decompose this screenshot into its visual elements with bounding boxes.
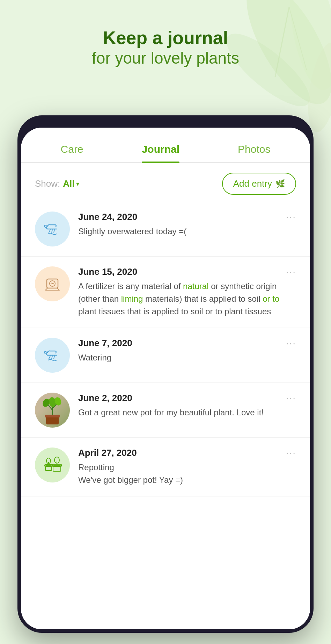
entry-text-line2: We've got bigger pot! Yay =) bbox=[78, 474, 296, 486]
dropdown-icon[interactable]: ▾ bbox=[76, 180, 79, 188]
phone-screen: Care Journal Photos Show: All ▾ Add entr… bbox=[21, 128, 310, 629]
leaf-pen-icon: 🌿 bbox=[275, 179, 285, 188]
show-value[interactable]: All bbox=[63, 178, 74, 189]
show-label: Show: bbox=[35, 178, 60, 189]
entry-icon-repot-5 bbox=[35, 448, 70, 482]
page-header: Keep a journal for your lovely plants bbox=[0, 0, 331, 83]
entry-text-3: Watering bbox=[78, 351, 296, 364]
entry-date-1: June 24, 2020 bbox=[78, 212, 296, 222]
entry-plant-photo-4 bbox=[35, 393, 70, 428]
entry-icon-watering-3 bbox=[35, 338, 70, 373]
entry-content-1: June 24, 2020 Slightly overwatered today… bbox=[78, 212, 296, 238]
phone-frame: Care Journal Photos Show: All ▾ Add entr… bbox=[17, 115, 314, 633]
highlight-natural: natural bbox=[183, 281, 208, 291]
entry-text-5: Repotting We've got bigger pot! Yay =) bbox=[78, 461, 296, 486]
entry-more-button-5[interactable]: ··· bbox=[286, 448, 296, 459]
entry-content-4: June 2, 2020 Got a great new pot for my … bbox=[78, 393, 296, 419]
journal-entry-1: June 24, 2020 Slightly overwatered today… bbox=[21, 202, 310, 257]
entry-text-2: A fertilizer is any material of natural … bbox=[78, 280, 296, 318]
header-title-sub: for your lovely plants bbox=[0, 48, 331, 69]
add-entry-label: Add entry bbox=[233, 178, 272, 189]
tab-photos[interactable]: Photos bbox=[238, 143, 270, 162]
entry-text-1: Slightly overwatered today =( bbox=[78, 225, 296, 238]
phone-notch bbox=[131, 115, 200, 128]
journal-entry-5: April 27, 2020 Repotting We've got bigge… bbox=[21, 438, 310, 496]
entry-content-5: April 27, 2020 Repotting We've got bigge… bbox=[78, 448, 296, 486]
journal-entry-3: June 7, 2020 Watering ··· bbox=[21, 328, 310, 383]
tabs-bar: Care Journal Photos bbox=[21, 128, 310, 163]
entries-list: June 24, 2020 Slightly overwatered today… bbox=[21, 202, 310, 629]
entry-date-2: June 15, 2020 bbox=[78, 266, 296, 277]
journal-entry-2: June 15, 2020 A fertilizer is any materi… bbox=[21, 257, 310, 328]
entry-date-3: June 7, 2020 bbox=[78, 338, 296, 349]
entry-content-2: June 15, 2020 A fertilizer is any materi… bbox=[78, 266, 296, 318]
tab-care[interactable]: Care bbox=[61, 143, 83, 162]
entry-text-line1: Repotting bbox=[78, 461, 296, 474]
entry-content-3: June 7, 2020 Watering bbox=[78, 338, 296, 364]
entry-date-5: April 27, 2020 bbox=[78, 448, 296, 458]
highlight-orto: or to bbox=[263, 294, 279, 303]
add-entry-button[interactable]: Add entry 🌿 bbox=[222, 173, 296, 195]
journal-entry-4: June 2, 2020 Got a great new pot for my … bbox=[21, 383, 310, 438]
entry-more-button-4[interactable]: ··· bbox=[286, 393, 296, 404]
tab-journal[interactable]: Journal bbox=[142, 143, 179, 162]
entry-date-4: June 2, 2020 bbox=[78, 393, 296, 403]
entry-more-button-2[interactable]: ··· bbox=[286, 266, 296, 278]
entry-more-button-1[interactable]: ··· bbox=[286, 212, 296, 223]
filter-row: Show: All ▾ Add entry 🌿 bbox=[21, 163, 310, 202]
header-title-main: Keep a journal bbox=[0, 28, 331, 48]
highlight-liming: liming bbox=[121, 294, 143, 303]
entry-more-button-3[interactable]: ··· bbox=[286, 338, 296, 349]
entry-icon-fertilizer-2 bbox=[35, 266, 70, 301]
svg-rect-11 bbox=[45, 415, 60, 417]
entry-text-4: Got a great new pot for my beautiful pla… bbox=[78, 406, 296, 419]
entry-icon-watering-1 bbox=[35, 212, 70, 246]
